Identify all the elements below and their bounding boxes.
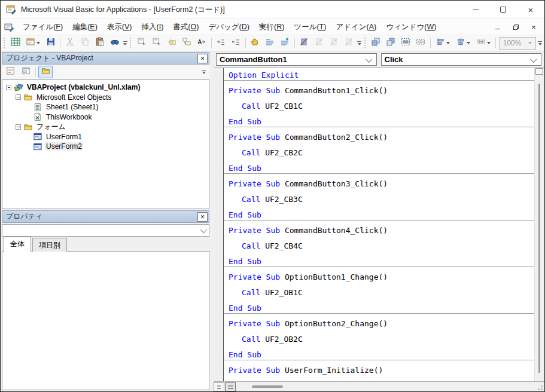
tree-item-forms[interactable]: フォーム: [2, 122, 209, 132]
toggle-breakpoint-button[interactable]: [248, 36, 263, 50]
zoom-combo[interactable]: 100%: [499, 37, 536, 50]
code-line-7[interactable]: End Sub: [224, 163, 534, 178]
menu-item-run[interactable]: 実行(R): [254, 20, 289, 35]
properties-list[interactable]: [2, 251, 209, 390]
code-line-14[interactable]: Private Sub OptionButton1_Change(): [224, 271, 534, 287]
code-line-5[interactable]: Private Sub CommandButton2_Click(): [224, 131, 534, 147]
view-excel-button[interactable]: [8, 36, 23, 50]
menu-item-format[interactable]: 書式(O): [168, 20, 203, 35]
code-line-8[interactable]: Private Sub CommandButton3_Click(): [224, 178, 534, 194]
collapse-expander-icon[interactable]: [16, 94, 21, 100]
code-keyword: Private Sub: [229, 272, 285, 281]
complete-word-button[interactable]: A: [194, 36, 209, 50]
toolbar-overflow-button[interactable]: [123, 36, 127, 50]
mdi-restore-button[interactable]: [511, 22, 520, 32]
tab-alphabetic[interactable]: 全体: [4, 237, 31, 252]
code-lines[interactable]: Option ExplicitPrivate Sub CommandButton…: [224, 68, 534, 381]
center-button[interactable]: [453, 36, 473, 50]
project-toolbar-overflow-button[interactable]: [200, 65, 208, 79]
code-line-18[interactable]: Call UF2_OB2C: [224, 333, 534, 349]
list-constants-button[interactable]: [150, 36, 165, 50]
resize-grip[interactable]: [535, 383, 543, 391]
toolbar-overflow-button[interactable]: [538, 36, 543, 50]
object-dropdown[interactable]: CommandButton1: [216, 53, 377, 66]
ungroup-button[interactable]: [413, 36, 428, 50]
code-line-6[interactable]: Call UF2_CB2C: [224, 147, 534, 163]
vertical-scrollbar-thumb[interactable]: [535, 68, 543, 75]
code-line-16[interactable]: End Sub: [224, 302, 534, 318]
code-line-2[interactable]: Private Sub CommandButton1_Click(): [224, 85, 534, 100]
menu-item-debug[interactable]: デバッグ(D): [203, 20, 254, 35]
menu-item-insert[interactable]: 挿入(I): [137, 20, 169, 35]
full-module-view-button[interactable]: [225, 382, 236, 391]
code-line-3[interactable]: Call UF2_CB1C: [224, 100, 534, 116]
menu-item-window[interactable]: ウィンドウ(W): [381, 20, 441, 35]
comment-block-button[interactable]: [263, 36, 278, 50]
same-size-button[interactable]: [473, 36, 494, 50]
tree-item-vbaproject[interactable]: VBAProject (vbalckunl_Unl.xlam): [2, 82, 209, 93]
code-bottom-bar: [214, 381, 544, 391]
list-properties-button[interactable]: [135, 36, 150, 50]
minimize-button[interactable]: [462, 1, 489, 19]
collapse-expander-icon[interactable]: [6, 85, 11, 90]
code-line-19[interactable]: End Sub: [224, 349, 534, 365]
uncomment-block-button[interactable]: [278, 36, 293, 50]
send-to-back-button[interactable]: [383, 36, 398, 50]
bring-to-front-button[interactable]: [369, 36, 383, 50]
code-line-4[interactable]: End Sub: [224, 116, 534, 131]
indent-button[interactable]: [214, 36, 229, 50]
panel-splitter[interactable]: [209, 51, 214, 391]
tree-item-userform1[interactable]: UserForm1: [2, 132, 209, 142]
maximize-button[interactable]: [489, 1, 517, 19]
mdi-minimize-button[interactable]: [493, 22, 503, 32]
code-line-17[interactable]: Private Sub OptionButton2_Change(): [224, 318, 534, 333]
project-panel-close-button[interactable]: ×: [197, 54, 208, 63]
save-button[interactable]: [43, 36, 58, 50]
view-code-button[interactable]: [3, 66, 17, 78]
insert-userform-button[interactable]: [23, 36, 43, 50]
menu-item-file[interactable]: ファイル(F): [18, 20, 68, 35]
project-tree[interactable]: VBAProject (vbalckunl_Unl.xlam)Microsoft…: [2, 79, 209, 209]
tab-categorized[interactable]: 項目別: [32, 238, 67, 252]
toolbar-overflow-button[interactable]: [357, 36, 362, 50]
code-line-15[interactable]: Call UF2_OB1C: [224, 287, 534, 302]
toggle-folders-button[interactable]: [38, 66, 53, 78]
code-line-10[interactable]: End Sub: [224, 209, 534, 225]
mdi-close-button[interactable]: ×: [529, 22, 538, 32]
vertical-scrollbar[interactable]: [534, 68, 544, 381]
group-button[interactable]: [398, 36, 413, 50]
menu-item-edit[interactable]: 編集(E): [68, 20, 102, 35]
code-margin-indicator-bar[interactable]: [214, 68, 224, 381]
tree-item-excel-objects[interactable]: Microsoft Excel Objects: [2, 93, 209, 103]
tree-item-thisworkbook[interactable]: ThisWorkbook: [2, 112, 209, 122]
code-line-20[interactable]: Private Sub UserForm_Initialize(): [224, 365, 534, 380]
menu-item-addins[interactable]: アドイン(A): [331, 20, 381, 35]
tree-item-sheet1[interactable]: Sheet1 (Sheet1): [2, 102, 209, 112]
toggle-bookmark-button[interactable]: [297, 36, 312, 50]
code-line-1[interactable]: Option Explicit: [224, 69, 534, 85]
close-button[interactable]: ×: [517, 1, 544, 19]
procedure-view-button[interactable]: [214, 382, 224, 391]
code-line-13[interactable]: End Sub: [224, 256, 534, 271]
code-line-11[interactable]: Private Sub CommandButton4_Click(): [224, 225, 534, 240]
code-line-9[interactable]: Call UF2_CB3C: [224, 194, 534, 209]
code-editor[interactable]: Option ExplicitPrivate Sub CommandButton…: [214, 68, 544, 381]
procedure-dropdown[interactable]: Click: [381, 53, 542, 66]
tree-item-userform2[interactable]: UserForm2: [2, 142, 209, 152]
copy-button: [77, 36, 92, 50]
properties-panel-close-button[interactable]: ×: [197, 212, 208, 222]
properties-object-selector[interactable]: [2, 224, 209, 237]
code-line-12[interactable]: Call UF2_CB4C: [224, 240, 534, 256]
menu-item-tools[interactable]: ツール(T): [289, 20, 331, 35]
quick-info-button[interactable]: [165, 36, 179, 50]
menu-item-view[interactable]: 表示(V): [102, 20, 137, 35]
horizontal-scrollbar-thumb[interactable]: [252, 385, 283, 388]
outdent-button[interactable]: [229, 36, 243, 50]
paste-button[interactable]: [92, 36, 107, 50]
view-object-button[interactable]: [19, 66, 33, 78]
align-button[interactable]: [433, 36, 453, 50]
find-button[interactable]: [107, 36, 122, 50]
parameter-info-button[interactable]: [179, 36, 194, 50]
outdent-icon: [231, 37, 240, 49]
collapse-expander-icon[interactable]: [16, 124, 21, 130]
